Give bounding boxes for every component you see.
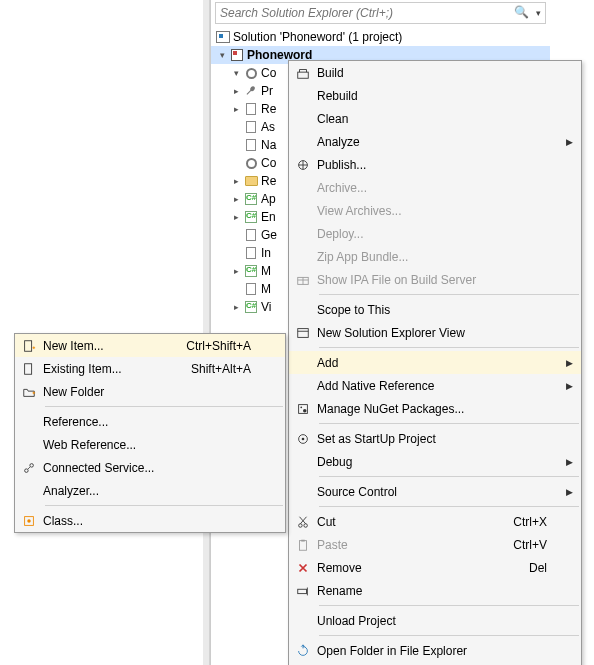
tree-node-label: As bbox=[259, 120, 275, 134]
expander-closed-icon[interactable]: ▸ bbox=[229, 86, 243, 96]
menu-item-label: Connected Service... bbox=[43, 461, 259, 475]
menu-item[interactable]: New Folder bbox=[15, 380, 285, 403]
svg-point-17 bbox=[30, 463, 34, 467]
svg-rect-4 bbox=[299, 404, 308, 413]
remove-icon bbox=[289, 561, 317, 575]
build-icon bbox=[289, 66, 317, 80]
add-submenu: New Item...Ctrl+Shift+AExisting Item...S… bbox=[14, 333, 286, 533]
svg-point-8 bbox=[302, 437, 305, 440]
menu-item-label: New Item... bbox=[43, 339, 186, 353]
tree-node-label: Ap bbox=[259, 192, 276, 206]
expander-closed-icon[interactable]: ▸ bbox=[229, 104, 243, 114]
tree-node-label: Ge bbox=[259, 228, 277, 242]
menu-item[interactable]: Clean bbox=[289, 107, 581, 130]
expander-closed-icon[interactable]: ▸ bbox=[229, 212, 243, 222]
expander-closed-icon[interactable]: ▸ bbox=[229, 176, 243, 186]
menu-item[interactable]: New Solution Explorer View bbox=[289, 321, 581, 344]
menu-item[interactable]: Existing Item...Shift+Alt+A bbox=[15, 357, 285, 380]
menu-item-label: Set as StartUp Project bbox=[317, 432, 555, 446]
expander-open-icon[interactable]: ▾ bbox=[215, 50, 229, 60]
menu-item[interactable]: Reference... bbox=[15, 410, 285, 433]
menu-item: View Archives... bbox=[289, 199, 581, 222]
expander-closed-icon[interactable]: ▸ bbox=[229, 194, 243, 204]
menu-item[interactable]: Build bbox=[289, 61, 581, 84]
menu-item[interactable]: Source Control▶ bbox=[289, 480, 581, 503]
document-icon bbox=[243, 229, 259, 241]
paste-icon bbox=[289, 538, 317, 552]
menu-item[interactable]: Analyze▶ bbox=[289, 130, 581, 153]
menu-item[interactable]: Connected Service... bbox=[15, 456, 285, 479]
menu-item[interactable]: Publish... bbox=[289, 153, 581, 176]
menu-item[interactable]: Add Native Reference▶ bbox=[289, 374, 581, 397]
box-icon bbox=[289, 273, 317, 287]
menu-item-label: Build bbox=[317, 66, 555, 80]
menu-item[interactable]: Analyzer... bbox=[15, 479, 285, 502]
open-icon bbox=[289, 644, 317, 658]
submenu-arrow-icon: ▶ bbox=[566, 487, 573, 497]
menu-item[interactable]: Rebuild bbox=[289, 84, 581, 107]
existing-icon bbox=[15, 362, 43, 376]
search-input[interactable] bbox=[216, 6, 511, 20]
menu-item[interactable]: Class... bbox=[15, 509, 285, 532]
menu-item-label: Remove bbox=[317, 561, 529, 575]
svg-point-1 bbox=[299, 160, 308, 169]
menu-item-label: Web Reference... bbox=[43, 438, 259, 452]
expander-open-icon[interactable]: ▾ bbox=[229, 68, 243, 78]
menu-separator bbox=[45, 505, 283, 506]
csharp-file-icon bbox=[243, 301, 259, 313]
menu-item[interactable]: Set as StartUp Project bbox=[289, 427, 581, 450]
menu-item[interactable]: Manage NuGet Packages... bbox=[289, 397, 581, 420]
svg-rect-15 bbox=[25, 363, 32, 374]
menu-separator bbox=[319, 423, 579, 424]
menu-separator bbox=[319, 347, 579, 348]
menu-item[interactable]: Scope to This bbox=[289, 298, 581, 321]
menu-item[interactable]: Debug▶ bbox=[289, 450, 581, 473]
menu-item-label: Rename bbox=[317, 584, 555, 598]
menu-separator bbox=[319, 506, 579, 507]
menu-item[interactable]: Web Reference... bbox=[15, 433, 285, 456]
search-icon[interactable]: 🔍 bbox=[511, 6, 531, 20]
menu-item[interactable]: Unload Project bbox=[289, 609, 581, 632]
search-dropdown-icon[interactable]: ▾ bbox=[531, 8, 545, 18]
menu-item-label: Add Native Reference bbox=[317, 379, 555, 393]
svg-rect-18 bbox=[25, 516, 34, 525]
csharp-file-icon bbox=[243, 265, 259, 277]
publish-icon bbox=[289, 158, 317, 172]
menu-item-label: Source Control bbox=[317, 485, 555, 499]
menu-item[interactable]: Rename bbox=[289, 579, 581, 602]
menu-item-label: Zip App Bundle... bbox=[317, 250, 555, 264]
gear-icon bbox=[243, 158, 259, 169]
project-icon bbox=[229, 49, 245, 61]
solution-node[interactable]: Solution 'Phoneword' (1 project) bbox=[211, 28, 550, 46]
document-icon bbox=[243, 247, 259, 259]
menu-item-label: Cut bbox=[317, 515, 513, 529]
svg-point-9 bbox=[299, 523, 303, 527]
menu-item-label: Unload Project bbox=[317, 614, 555, 628]
expander-closed-icon[interactable]: ▸ bbox=[229, 302, 243, 312]
svg-point-10 bbox=[304, 523, 308, 527]
menu-item-label: Debug bbox=[317, 455, 555, 469]
window-icon bbox=[289, 326, 317, 340]
menu-separator bbox=[319, 605, 579, 606]
menu-item-shortcut: Del bbox=[529, 561, 555, 575]
solution-label: Solution 'Phoneword' (1 project) bbox=[231, 30, 402, 44]
tree-node-label: En bbox=[259, 210, 276, 224]
menu-item-label: Scope to This bbox=[317, 303, 555, 317]
menu-item-label: Open Folder in File Explorer bbox=[317, 644, 555, 658]
menu-item: Zip App Bundle... bbox=[289, 245, 581, 268]
tree-node-label: Pr bbox=[259, 84, 273, 98]
newfolder-icon bbox=[15, 385, 43, 399]
document-icon bbox=[243, 121, 259, 133]
menu-item[interactable]: CutCtrl+X bbox=[289, 510, 581, 533]
menu-item[interactable]: New Item...Ctrl+Shift+A bbox=[15, 334, 285, 357]
menu-item[interactable]: Open Folder in File Explorer bbox=[289, 639, 581, 662]
menu-item-shortcut: Ctrl+V bbox=[513, 538, 555, 552]
svg-rect-0 bbox=[298, 72, 309, 78]
submenu-arrow-icon: ▶ bbox=[566, 137, 573, 147]
menu-item[interactable]: Add▶ bbox=[289, 351, 581, 374]
connected-icon bbox=[15, 461, 43, 475]
expander-closed-icon[interactable]: ▸ bbox=[229, 266, 243, 276]
menu-item-label: Clean bbox=[317, 112, 555, 126]
menu-item[interactable]: RemoveDel bbox=[289, 556, 581, 579]
startup-icon bbox=[289, 432, 317, 446]
